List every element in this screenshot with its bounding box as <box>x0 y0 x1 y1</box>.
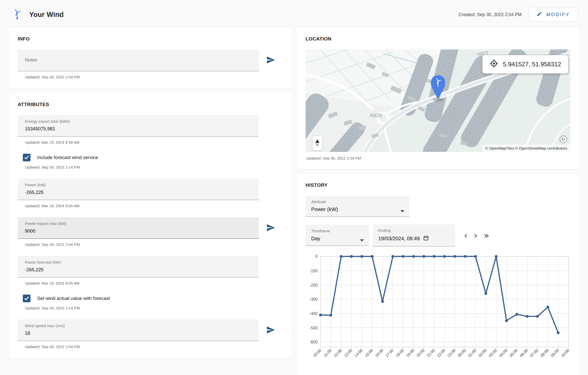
field-label: Power forecast (kW) <box>25 260 252 265</box>
road-label-n325: N325 <box>370 113 382 118</box>
location-panel: LOCATION <box>296 27 580 169</box>
power-export-max-send-button[interactable] <box>259 223 282 233</box>
timeframe-select[interactable]: Timeframe Day <box>306 225 369 246</box>
modify-button[interactable]: MODIFY <box>529 8 578 22</box>
svg-text:19:00: 19:00 <box>405 348 415 358</box>
send-icon <box>266 55 275 65</box>
info-panel: INFO Updated: Sep 30, 2022 2:04 PM <box>8 27 292 89</box>
field-value[interactable]: 18 <box>25 330 252 336</box>
send-icon <box>266 223 275 233</box>
svg-text:04:00: 04:00 <box>498 348 508 358</box>
map-attribution: © OpenMapTiles © OpenStreetMap contribut… <box>482 145 570 152</box>
svg-text:05:00: 05:00 <box>509 348 519 358</box>
svg-text:18:00: 18:00 <box>395 348 405 358</box>
next-period-button[interactable]: › <box>472 230 479 241</box>
modify-button-label: MODIFY <box>546 12 570 17</box>
compass-control[interactable] <box>312 136 322 150</box>
checkmark-icon <box>24 154 30 161</box>
notes-field[interactable] <box>18 49 259 71</box>
field-value[interactable]: 9000 <box>25 228 252 234</box>
location-map[interactable]: N325 N325 <box>306 49 570 152</box>
svg-text:10:00: 10:00 <box>312 348 322 358</box>
field-power-forecast: Power forecast (kW) -265,225 <box>18 256 259 277</box>
attribute-select-label: Attribute <box>311 200 404 204</box>
svg-text:0: 0 <box>315 254 318 259</box>
south-arrow-icon <box>316 144 319 147</box>
history-heading: HISTORY <box>306 182 570 188</box>
history-panel: HISTORY Attribute Power (kW) Timeframe D… <box>296 173 580 375</box>
send-icon <box>266 325 275 335</box>
svg-text:-300: -300 <box>309 297 318 301</box>
svg-text:-100: -100 <box>309 268 318 273</box>
notes-input[interactable] <box>25 54 252 66</box>
svg-text:21:00: 21:00 <box>426 348 436 358</box>
coordinates-chip: 5.941527, 51.958312 <box>482 55 569 74</box>
set-actual-with-forecast-checkbox[interactable] <box>23 295 31 302</box>
svg-text:12:00: 12:00 <box>333 348 343 358</box>
field-label: Power (kW) <box>25 183 252 187</box>
calendar-icon[interactable] <box>423 235 429 242</box>
created-timestamp: Created: Sep 30, 2022 2:04 PM <box>459 12 522 17</box>
prev-period-button[interactable]: ‹ <box>462 230 470 241</box>
info-heading: INFO <box>18 36 282 42</box>
attributes-heading: ATTRIBUTES <box>18 102 282 107</box>
notes-send-button[interactable] <box>259 55 282 65</box>
map-info-swirl-icon[interactable]: ↻ <box>560 136 567 143</box>
svg-text:23:00: 23:00 <box>447 348 457 358</box>
svg-text:16:00: 16:00 <box>374 348 384 358</box>
location-updated: Updated: Sep 30, 2022 2:04 PM <box>306 156 570 160</box>
wind-speed-max-send-button[interactable] <box>259 325 282 335</box>
field-updated: Updated: Sep 30, 2022 2:14 PM <box>25 165 282 169</box>
coordinates-value: 5.941527, 51.958312 <box>503 61 561 68</box>
field-updated: Updated: Mar 19, 2024 9:00 AM <box>25 281 282 285</box>
timeframe-select-label: Timeframe <box>311 229 363 233</box>
svg-text:13:00: 13:00 <box>343 348 353 358</box>
field-updated: Updated: Mar 19, 2024 9:00 AM <box>25 204 282 208</box>
field-label: Energy export total (kWh) <box>25 119 252 124</box>
ending-datetime-input[interactable]: Ending 19/03/2024, 09:49 <box>373 224 455 246</box>
svg-text:06:00: 06:00 <box>519 348 529 358</box>
svg-text:-200: -200 <box>309 283 318 287</box>
svg-text:11:00: 11:00 <box>323 348 332 358</box>
field-value: -265,225 <box>25 190 252 195</box>
field-power: Power (kW) -265,225 <box>18 179 259 200</box>
svg-text:14:00: 14:00 <box>353 348 363 358</box>
timeframe-select-value: Day <box>311 236 363 242</box>
field-updated: Updated: Sep 30, 2022 2:04 PM <box>25 345 282 349</box>
svg-text:07:00: 07:00 <box>529 348 539 358</box>
svg-text:10:00: 10:00 <box>560 348 570 358</box>
svg-text:09:00: 09:00 <box>550 348 560 358</box>
ending-input-value: 19/03/2024, 09:49 <box>378 236 420 242</box>
checkbox-label: Set wind actual value with forecast <box>37 296 110 301</box>
field-value: -265,225 <box>25 267 252 273</box>
field-wind-speed-max[interactable]: Wind speed max (m/s) 18 <box>18 319 259 341</box>
crosshair-icon <box>490 59 498 69</box>
app-header: Your Wind Created: Sep 30, 2022 2:04 PM … <box>0 0 588 27</box>
svg-text:22:00: 22:00 <box>436 348 446 358</box>
attributes-panel: ATTRIBUTES Energy export total (kWh) 153… <box>8 93 292 358</box>
include-forecast-checkbox[interactable] <box>23 154 31 161</box>
svg-text:-600: -600 <box>309 340 318 344</box>
history-chart: 0-100-200-300-400-500-60010:0011:0012:00… <box>306 254 570 371</box>
svg-text:00:00: 00:00 <box>457 348 467 358</box>
page-title: Your Wind <box>29 11 64 19</box>
field-energy-export-total: Energy export total (kWh) 15345075,981 <box>18 115 259 137</box>
svg-text:03:00: 03:00 <box>488 348 498 358</box>
field-updated: Updated: Sep 30, 2022 2:04 PM <box>25 242 282 247</box>
field-label: Power export max (kW) <box>25 221 252 226</box>
field-label: Wind speed max (m/s) <box>25 324 252 328</box>
field-power-export-max[interactable]: Power export max (kW) 9000 <box>18 217 259 239</box>
north-arrow-icon <box>315 139 319 143</box>
svg-text:08:00: 08:00 <box>540 348 550 358</box>
svg-text:-500: -500 <box>309 326 318 330</box>
latest-period-button[interactable]: » <box>482 230 491 241</box>
svg-text:-400: -400 <box>309 311 318 316</box>
wind-turbine-icon <box>12 8 23 21</box>
checkbox-label: Include forecast wind service <box>37 155 98 160</box>
checkmark-icon <box>24 295 30 302</box>
attribute-select[interactable]: Attribute Power (kW) <box>306 196 410 217</box>
edit-pencil-icon <box>537 11 542 18</box>
attribute-select-value: Power (kW) <box>311 206 404 212</box>
notes-updated: Updated: Sep 30, 2022 2:04 PM <box>25 75 282 79</box>
ending-input-label: Ending <box>378 228 450 233</box>
